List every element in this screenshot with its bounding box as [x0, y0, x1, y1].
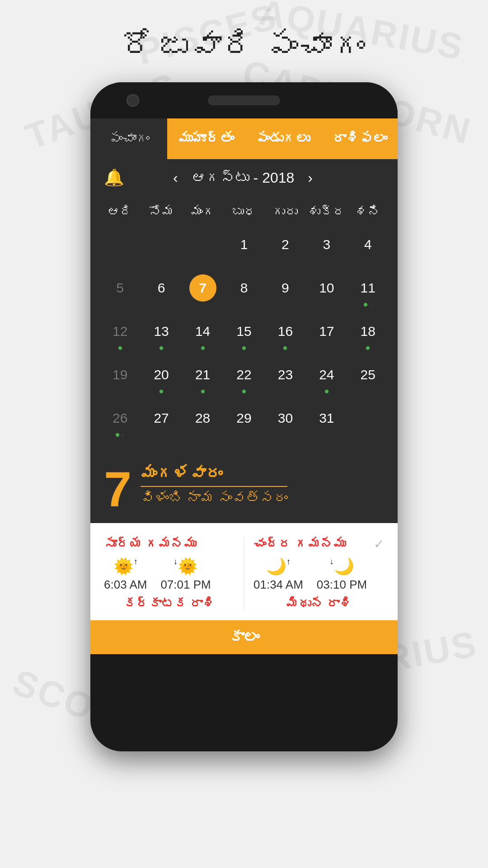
tab-panchaangam[interactable]: పంచాంగం: [90, 118, 167, 159]
cal-day[interactable]: 7: [182, 270, 223, 311]
day-number[interactable]: 2: [272, 231, 299, 258]
cal-day[interactable]: 5: [99, 270, 141, 311]
day-number[interactable]: 20: [148, 361, 175, 388]
cal-day[interactable]: 4: [347, 226, 389, 268]
cal-day[interactable]: 8: [223, 270, 264, 311]
selected-day-info: 7 మంగళవారం విళంబి నామ సంవత్సరం: [90, 451, 398, 523]
day-number[interactable]: 15: [230, 318, 258, 345]
phone-bottom-bar: [90, 654, 398, 677]
cal-day[interactable]: 12: [99, 313, 141, 355]
cal-day: [347, 400, 389, 442]
sun-set-time: 07:01 PM: [160, 578, 211, 592]
day-number[interactable]: 10: [313, 274, 340, 302]
cal-day[interactable]: 20: [141, 357, 182, 398]
moon-section: చంద్ర గమనము ✓ 🌙↑ 01:34 AM ↓🌙 03:10 PM: [253, 537, 384, 611]
day-number[interactable]: 5: [107, 274, 134, 302]
sun-title: సూర్య గమనము: [104, 537, 235, 552]
cal-day[interactable]: 29: [223, 400, 264, 442]
prev-month-button[interactable]: ‹: [169, 170, 183, 186]
cal-day[interactable]: 31: [306, 400, 347, 442]
cal-day[interactable]: 27: [141, 400, 182, 442]
cal-day[interactable]: 22: [223, 357, 264, 398]
day-number[interactable]: 3: [313, 231, 340, 258]
sun-rise-icon: 🌞↑: [113, 557, 138, 576]
day-number[interactable]: 8: [230, 274, 258, 302]
cal-day[interactable]: 21: [182, 357, 223, 398]
bell-icon[interactable]: 🔔: [104, 168, 124, 187]
dot-row: [366, 346, 370, 350]
day-number[interactable]: 14: [189, 318, 216, 345]
dot-row: [116, 433, 124, 437]
day-header-sat: శని: [347, 201, 389, 223]
green-dot: [325, 390, 328, 393]
day-number[interactable]: 23: [272, 361, 299, 388]
cal-day[interactable]: 6: [141, 270, 182, 311]
day-number[interactable]: 27: [148, 405, 175, 432]
cal-day[interactable]: 18: [347, 313, 389, 355]
day-number[interactable]: 21: [189, 361, 216, 388]
dot-row: [160, 346, 163, 350]
dot-row: [201, 389, 205, 394]
cal-day[interactable]: 30: [265, 400, 306, 442]
cal-day[interactable]: 13: [141, 313, 182, 355]
moon-rise-time: 01:34 AM: [253, 578, 303, 592]
cal-day[interactable]: 25: [347, 357, 389, 398]
cal-day[interactable]: 28: [182, 400, 223, 442]
cal-day[interactable]: 14: [182, 313, 223, 355]
day-number[interactable]: 17: [313, 318, 340, 345]
day-number[interactable]: 13: [148, 318, 175, 345]
day-header-thu: గురు: [265, 201, 306, 223]
day-header-sun: ఆది: [99, 201, 141, 223]
astro-row: సూర్య గమనము 🌞↑ 6:03 AM ↓🌞 07:01 PM క: [104, 537, 384, 611]
cal-day[interactable]: 24: [306, 357, 347, 398]
day-number[interactable]: 19: [107, 361, 134, 388]
tab-pandugalu[interactable]: పండుగలు: [244, 118, 321, 159]
sun-rise-time: 6:03 AM: [104, 578, 147, 592]
green-dot: [201, 346, 205, 350]
tabs-bar: పంచాంగం ముహూర్తం పండుగలు రాశిఫలం: [90, 118, 398, 159]
day-number: [354, 405, 381, 432]
check-icon: ✓: [374, 537, 384, 552]
cal-day[interactable]: 3: [306, 226, 347, 268]
cal-day[interactable]: 19: [99, 357, 141, 398]
cal-day[interactable]: 1: [223, 226, 264, 268]
sun-set-item: ↓🌞 07:01 PM: [160, 557, 211, 592]
cal-day[interactable]: 26: [99, 400, 141, 442]
cal-day[interactable]: 17: [306, 313, 347, 355]
page-title: రోజువారి పంచాంగం: [0, 0, 488, 78]
day-number[interactable]: 22: [230, 361, 258, 388]
day-headers-row: ఆది సోమ మంగ బుధ గురు శుక్ర శని: [99, 201, 389, 223]
day-number[interactable]: 16: [272, 318, 299, 345]
day-number[interactable]: 4: [354, 231, 381, 258]
day-number[interactable]: 26: [107, 405, 134, 432]
day-number[interactable]: 18: [354, 318, 381, 345]
cal-day[interactable]: 11: [347, 270, 389, 311]
day-number[interactable]: 11: [354, 274, 381, 302]
day-number[interactable]: 7: [189, 274, 216, 302]
cal-day[interactable]: 9: [265, 270, 306, 311]
tab-muhurtam[interactable]: ముహూర్తం: [167, 118, 244, 159]
cal-day[interactable]: 10: [306, 270, 347, 311]
day-number[interactable]: 6: [148, 274, 175, 302]
cal-day[interactable]: 2: [265, 226, 306, 268]
cal-day[interactable]: 16: [265, 313, 306, 355]
day-number[interactable]: 25: [354, 361, 381, 388]
moon-rise-icon: 🌙↑: [266, 557, 291, 576]
cal-day[interactable]: 23: [265, 357, 306, 398]
day-number[interactable]: 29: [230, 405, 258, 432]
next-month-button[interactable]: ›: [303, 170, 317, 186]
day-number[interactable]: 12: [107, 318, 134, 345]
day-header-fri: శుక్ర: [306, 201, 347, 223]
day-number: [107, 231, 134, 258]
calendar-grid: ఆది సోమ మంగ బుధ గురు శుక్ర శని 123456789…: [90, 196, 398, 451]
day-number[interactable]: 30: [272, 405, 299, 432]
day-number[interactable]: 28: [189, 405, 216, 432]
day-number[interactable]: 1: [230, 231, 258, 258]
day-number[interactable]: 31: [313, 405, 340, 432]
dot-row: [201, 346, 205, 350]
day-header-tue: మంగ: [182, 201, 223, 223]
day-number[interactable]: 24: [313, 361, 340, 388]
day-number[interactable]: 9: [272, 274, 299, 302]
cal-day[interactable]: 15: [223, 313, 264, 355]
tab-rasiphalam[interactable]: రాశిఫలం: [321, 118, 398, 159]
